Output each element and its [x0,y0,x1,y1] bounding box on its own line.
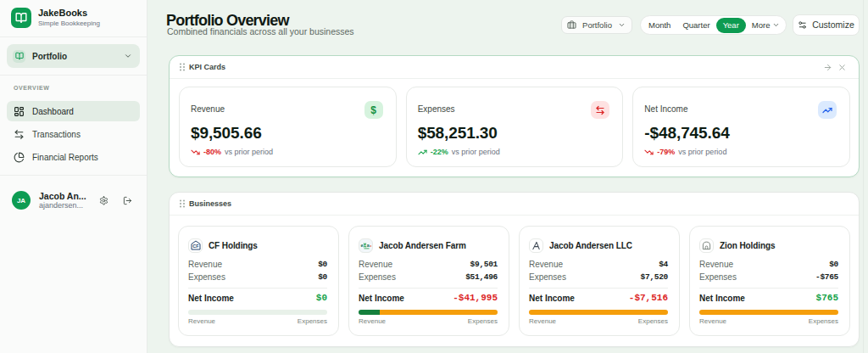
svg-text:e: e [360,243,364,248]
svg-text:CF: CF [192,244,199,249]
svg-text:a: a [366,243,370,248]
